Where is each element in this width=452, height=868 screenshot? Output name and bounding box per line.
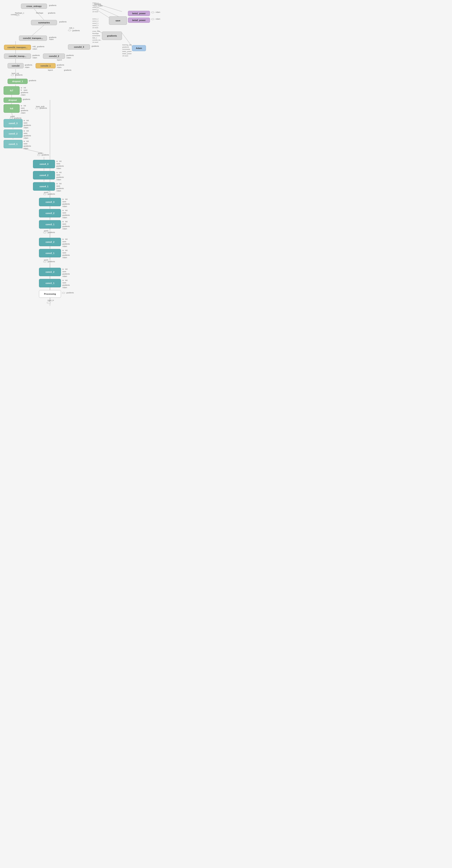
- label-init-1: init: [24, 87, 26, 89]
- label-save-12: save: [62, 241, 66, 243]
- label-init-12: init: [65, 238, 67, 240]
- label-w-15: w: [62, 279, 64, 281]
- label-adam-12: Adam: [56, 167, 61, 169]
- label-adam-20: Adam: [62, 275, 67, 277]
- label-gradients-32: gradients: [62, 243, 70, 245]
- label-gradients-30: gradients: [62, 225, 70, 227]
- node-beta2-power[interactable]: beta2_power: [128, 18, 150, 23]
- label-save-14: save: [62, 271, 66, 273]
- label-gradients-16: gradients: [23, 98, 30, 100]
- ellipse-pool5: [9, 118, 13, 119]
- label-w-3: w: [24, 120, 25, 122]
- label-adam-7: Adam: [21, 94, 26, 96]
- node-conv2d-transp-3[interactable]: conv2d_transp...: [4, 54, 31, 59]
- node-conv4-2[interactable]: conv4_2: [33, 171, 55, 180]
- node-beta1-power[interactable]: beta1_power: [128, 11, 150, 16]
- label-adam-9: Adam: [24, 127, 28, 129]
- label-adam-beta1: Adam: [155, 11, 160, 13]
- label-save-15: save: [62, 282, 66, 284]
- label-init-10: init: [65, 209, 67, 211]
- node-fc7[interactable]: fc7: [4, 86, 20, 95]
- node-dropout[interactable]: dropout: [4, 97, 22, 103]
- label-adam-6: Adam: [57, 66, 62, 68]
- label-gradients-26: gradients: [56, 187, 64, 189]
- node-conv4-3[interactable]: conv4_3: [33, 160, 55, 168]
- node-conv3-3[interactable]: conv3_3: [39, 198, 61, 206]
- label-adam-14: Adam: [56, 190, 61, 192]
- node-conv2-2[interactable]: conv2_2: [39, 238, 61, 246]
- label-w-7: w: [56, 172, 58, 174]
- node-conv2d-transpos-1[interactable]: conv2d_transpos...: [19, 36, 47, 41]
- node-conv2d[interactable]: conv2d: [8, 63, 24, 68]
- label-init-8: init: [59, 183, 62, 185]
- label-add: Add_: [32, 45, 37, 48]
- label-gradients-37: gradients: [66, 292, 74, 294]
- label-gradients-36: gradients: [62, 284, 70, 286]
- node-dropout-1[interactable]: dropout_1: [8, 79, 28, 84]
- node-conv3-2[interactable]: conv3_2: [39, 209, 61, 217]
- node-conv1-2[interactable]: conv1_2: [39, 268, 61, 276]
- label-gradients-14: gradients: [29, 80, 36, 82]
- label-save-8: save: [56, 185, 60, 187]
- label-gradients-35: gradients: [62, 273, 70, 275]
- label-reshape: Reshape: [36, 12, 43, 14]
- label-gradients-18: gradients: [39, 107, 47, 109]
- label-save-7: save: [56, 174, 60, 176]
- node-conv3-1[interactable]: conv3_1: [39, 220, 61, 228]
- label-adam-2: Adam: [32, 48, 37, 50]
- node-conv4-1[interactable]: conv4_1: [33, 182, 55, 191]
- label-gradients-10: gradients: [25, 64, 32, 66]
- label-gradients-28: gradients: [62, 203, 70, 205]
- node-save[interactable]: save: [109, 17, 127, 25]
- label-adam-5: Adam: [25, 66, 30, 68]
- ellipse-beta1: [151, 11, 154, 13]
- label-gradients-5: gradients: [49, 36, 56, 38]
- label-adam-18: Adam: [62, 245, 67, 247]
- node-conv2-1[interactable]: conv2_1: [39, 249, 61, 257]
- node-summaries[interactable]: summaries: [31, 20, 57, 25]
- label-adam-17: Adam: [62, 228, 67, 230]
- node-conv2d-2[interactable]: conv2d_2: [43, 54, 65, 59]
- node-conv2d-3[interactable]: conv2d_3: [68, 44, 90, 50]
- label-save-11: save: [62, 223, 66, 225]
- label-gradients-17: gradients: [21, 110, 28, 112]
- label-gradients-34: gradients: [48, 260, 55, 262]
- node-fc6[interactable]: fc6: [4, 104, 20, 113]
- label-adam-8: Adam: [21, 112, 26, 114]
- node-conv2d-transpos-2[interactable]: conv2d_transpos...: [4, 45, 31, 50]
- label-gradients-12: gradients: [64, 69, 71, 71]
- label-adam-beta2: Adam: [155, 18, 160, 20]
- label-save-4: save: [24, 132, 27, 134]
- label-adam-15: Adam: [62, 206, 67, 208]
- label-adam-19: Adam: [62, 256, 67, 258]
- label-gradients-21: gradients: [24, 135, 31, 137]
- label-gradients-27: gradients: [48, 193, 55, 195]
- label-save-6: save: [56, 163, 60, 165]
- node-conv2d-1[interactable]: conv2d_1: [36, 63, 56, 68]
- label-adam-13: Adam: [56, 179, 61, 181]
- label-gradients-20: gradients: [24, 124, 31, 126]
- label-w-2: w: [21, 105, 22, 107]
- label-gradients-11: gradients: [57, 64, 64, 66]
- node-conv5-1[interactable]: conv5_1: [4, 140, 23, 148]
- ellipse-pool1: [43, 261, 47, 262]
- label-contact1: contact_1: [11, 13, 19, 16]
- node-conv5-2[interactable]: conv5_2: [4, 129, 23, 138]
- label-init-15: init: [65, 279, 67, 281]
- node-processing[interactable]: Processing: [39, 290, 61, 298]
- label-gradients-6: gradients: [37, 45, 44, 48]
- ellipse-pool4: [37, 154, 40, 156]
- node-conv5-3[interactable]: conv5_3: [4, 119, 23, 127]
- label-init-2: init: [24, 105, 26, 107]
- label-save-10: save: [62, 212, 66, 214]
- label-init-3: init: [26, 120, 29, 122]
- label-input-in: input_in: [48, 299, 54, 301]
- label-adam-16: Adam: [62, 217, 67, 219]
- ellipse-input-in: [47, 302, 51, 304]
- label-w-4: w: [24, 130, 25, 132]
- node-conv1-1[interactable]: conv1_1: [39, 279, 61, 287]
- ellipse-pool2: [43, 232, 47, 234]
- node-cross-entropy[interactable]: cross_entropy: [21, 4, 47, 9]
- ellipse-keep-prob: [35, 107, 38, 109]
- label-gradients-29: gradients: [62, 214, 70, 216]
